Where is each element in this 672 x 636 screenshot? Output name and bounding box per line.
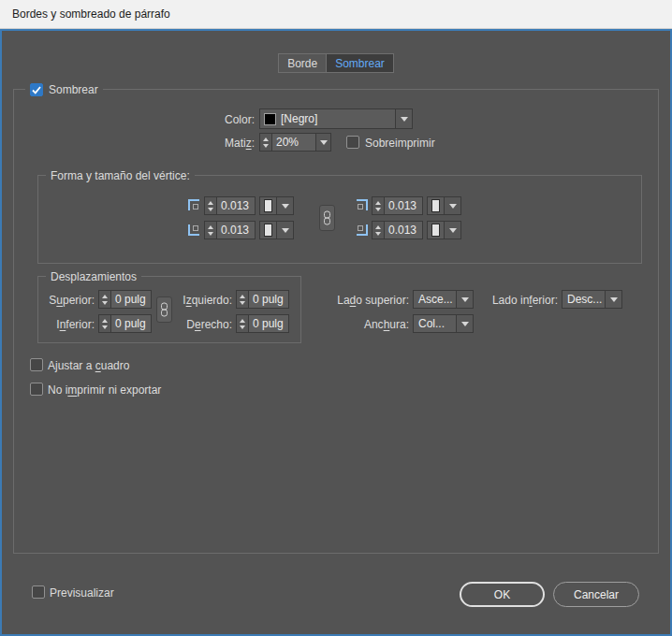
width-dropdown[interactable]: Col... bbox=[413, 314, 474, 333]
offset-top-value[interactable]: 0 pulg bbox=[110, 290, 152, 309]
clip-to-frame-label[interactable]: Ajustar a cuadro bbox=[48, 359, 129, 373]
corner-top-left-shape-dropdown[interactable] bbox=[259, 196, 294, 215]
corner-link-button[interactable] bbox=[319, 205, 335, 231]
spin-up-icon[interactable] bbox=[240, 295, 245, 298]
corner-bottom-left-value[interactable]: 0.013 bbox=[216, 221, 256, 239]
offset-right-label: Derecho: bbox=[172, 318, 232, 332]
shading-enable-row: Sombrear bbox=[25, 82, 103, 97]
corner-shape-swatch bbox=[431, 224, 440, 237]
tint-value-field[interactable]: 20% bbox=[271, 133, 316, 152]
offset-bottom-value[interactable]: 0 pulg bbox=[110, 314, 152, 333]
ok-button[interactable]: OK bbox=[460, 582, 545, 607]
spin-down-icon[interactable] bbox=[102, 325, 108, 329]
link-icon bbox=[323, 210, 331, 225]
corner-shape-swatch-area bbox=[428, 197, 444, 214]
corner-top-right-icon bbox=[356, 199, 368, 211]
width-value: Col... bbox=[414, 315, 456, 332]
top-edge-dropdown-button[interactable] bbox=[456, 291, 473, 308]
corner-bottom-right-value[interactable]: 0.013 bbox=[384, 221, 423, 239]
spin-down-icon[interactable] bbox=[208, 208, 213, 211]
corner-bottom-right-icon bbox=[356, 224, 368, 236]
spin-down-icon[interactable] bbox=[240, 301, 245, 305]
offsets-link-button[interactable] bbox=[156, 296, 172, 323]
top-edge-label: Lado superior: bbox=[316, 294, 409, 308]
corner-top-right-value[interactable]: 0.013 bbox=[384, 196, 423, 215]
offset-left-value[interactable]: 0 pulg bbox=[248, 290, 289, 309]
corner-shape-dropdown-button[interactable] bbox=[276, 222, 293, 238]
chevron-down-icon bbox=[282, 228, 289, 233]
corner-shape-dropdown-button[interactable] bbox=[276, 197, 293, 214]
corner-top-left-spinner bbox=[204, 196, 217, 215]
offset-left-stepper: 0 pulg bbox=[236, 290, 289, 309]
corner-bottom-right-shape-dropdown[interactable] bbox=[427, 221, 461, 239]
corner-top-left-value[interactable]: 0.013 bbox=[216, 196, 256, 215]
spin-down-icon[interactable] bbox=[375, 208, 381, 211]
corner-shape-swatch-area bbox=[260, 197, 276, 214]
corner-shape-dropdown-button[interactable] bbox=[444, 197, 460, 214]
spin-up-icon[interactable] bbox=[263, 137, 269, 141]
corner-shape-swatch bbox=[431, 199, 440, 212]
cancel-button[interactable]: Cancelar bbox=[553, 582, 639, 607]
bottom-edge-dropdown-button[interactable] bbox=[605, 291, 621, 308]
bottom-edge-dropdown[interactable]: Desc... bbox=[562, 290, 622, 309]
top-edge-value: Asce... bbox=[414, 291, 456, 308]
chevron-down-icon bbox=[461, 297, 469, 302]
chevron-down-icon bbox=[401, 117, 408, 122]
corner-bottom-left-icon bbox=[188, 224, 200, 236]
spin-up-icon[interactable] bbox=[208, 225, 213, 229]
spin-up-icon[interactable] bbox=[240, 319, 245, 323]
overprint-label[interactable]: Sobreimprimir bbox=[365, 137, 435, 151]
no-print-checkbox[interactable] bbox=[30, 383, 43, 396]
chevron-down-icon bbox=[449, 228, 457, 233]
offset-right-spinner bbox=[236, 314, 249, 333]
spin-up-icon[interactable] bbox=[375, 201, 381, 205]
preview-checkbox[interactable] bbox=[32, 585, 45, 599]
color-swatch bbox=[264, 113, 276, 125]
tint-spinner bbox=[259, 133, 272, 152]
tint-dropdown-button[interactable] bbox=[315, 133, 331, 152]
tab-sombrear[interactable]: Sombrear bbox=[327, 53, 394, 73]
color-dropdown[interactable]: [Negro] bbox=[259, 108, 413, 129]
overprint-checkbox[interactable] bbox=[346, 136, 359, 149]
corner-group: Forma y tamaño del vértice: bbox=[37, 175, 642, 264]
corner-bottom-left-shape-dropdown[interactable] bbox=[259, 221, 294, 239]
chevron-down-icon bbox=[461, 322, 469, 326]
width-dropdown-button[interactable] bbox=[456, 315, 473, 332]
chevron-down-icon bbox=[610, 297, 618, 302]
spin-down-icon[interactable] bbox=[263, 144, 269, 148]
offset-right-value[interactable]: 0 pulg bbox=[248, 314, 289, 333]
shading-enable-checkbox[interactable] bbox=[30, 83, 43, 96]
offset-top-spinner bbox=[98, 290, 111, 309]
titlebar[interactable]: Bordes y sombreado de párrafo bbox=[0, 0, 672, 29]
spin-down-icon[interactable] bbox=[102, 301, 108, 305]
corner-shape-dropdown-button[interactable] bbox=[444, 222, 460, 238]
preview-label[interactable]: Previsualizar bbox=[50, 586, 114, 600]
spin-down-icon[interactable] bbox=[208, 232, 213, 236]
offset-bottom-label: Inferior: bbox=[39, 318, 95, 332]
corner-top-left-icon bbox=[188, 199, 200, 211]
spin-down-icon[interactable] bbox=[240, 325, 245, 329]
window-title: Bordes y sombreado de párrafo bbox=[12, 7, 170, 21]
bottom-edge-label: Lado inferior: bbox=[473, 294, 558, 308]
spin-down-icon[interactable] bbox=[375, 232, 381, 236]
corner-top-left-stepper: 0.013 bbox=[204, 196, 256, 215]
tab-borde[interactable]: Borde bbox=[278, 53, 327, 73]
top-edge-dropdown[interactable]: Asce... bbox=[413, 290, 474, 309]
spin-up-icon[interactable] bbox=[102, 295, 108, 298]
bottom-edge-value: Desc... bbox=[562, 291, 605, 308]
spin-up-icon[interactable] bbox=[375, 225, 381, 229]
clip-to-frame-checkbox[interactable] bbox=[30, 358, 43, 371]
chevron-down-icon bbox=[320, 140, 328, 145]
offset-right-stepper: 0 pulg bbox=[236, 314, 289, 333]
spin-up-icon[interactable] bbox=[208, 201, 213, 205]
corner-top-right-shape-dropdown[interactable] bbox=[427, 196, 461, 215]
tint-label: Matiz: bbox=[150, 137, 255, 151]
corner-shape-swatch bbox=[264, 199, 272, 212]
spin-up-icon[interactable] bbox=[102, 319, 108, 323]
shading-enable-label[interactable]: Sombrear bbox=[49, 83, 98, 97]
offset-top-label: Superior: bbox=[39, 294, 95, 308]
corner-shape-swatch-area bbox=[260, 222, 276, 238]
no-print-label[interactable]: No imprimir ni exportar bbox=[48, 383, 161, 398]
color-dropdown-button[interactable] bbox=[395, 109, 412, 128]
corner-bottom-left-stepper: 0.013 bbox=[204, 221, 256, 239]
